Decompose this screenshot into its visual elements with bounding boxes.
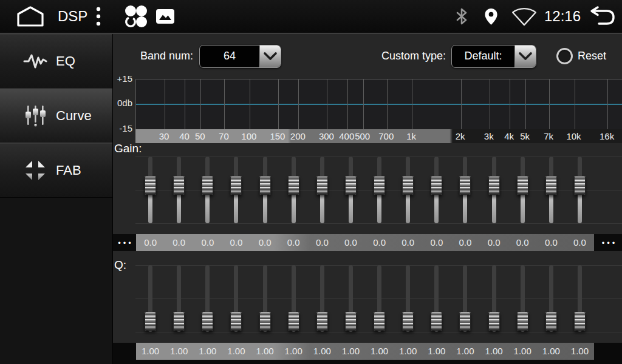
- gain-slider[interactable]: [136, 157, 165, 223]
- q-slider-thumb[interactable]: [488, 312, 500, 331]
- gain-slider[interactable]: [165, 157, 193, 223]
- app-title: DSP: [58, 0, 87, 33]
- gain-more-right-button[interactable]: •••: [594, 234, 622, 251]
- sidebar: EQ Curve: [0, 34, 112, 364]
- q-value: 1.00: [422, 343, 451, 360]
- gain-slider[interactable]: [394, 157, 422, 223]
- q-slider[interactable]: [451, 265, 479, 332]
- gain-value: 0.0: [451, 234, 479, 251]
- sidebar-item-eq[interactable]: EQ: [0, 34, 112, 89]
- q-slider-thumb[interactable]: [230, 312, 242, 331]
- band-num-dropdown[interactable]: 64: [199, 45, 281, 68]
- overflow-menu-button[interactable]: [96, 0, 101, 33]
- gain-slider[interactable]: [222, 157, 250, 223]
- gain-more-left-button[interactable]: •••: [113, 234, 136, 251]
- freq-tick-label: 1k: [406, 129, 416, 143]
- q-slider-thumb[interactable]: [574, 312, 586, 331]
- reset-control[interactable]: Reset: [556, 45, 606, 67]
- eq-plot[interactable]: [135, 79, 622, 130]
- q-slider-thumb[interactable]: [259, 312, 271, 331]
- custom-type-dropdown[interactable]: Default:: [451, 45, 536, 68]
- gain-slider-thumb[interactable]: [145, 176, 156, 195]
- gain-slider-thumb[interactable]: [230, 176, 242, 195]
- apps-button[interactable]: [123, 0, 148, 33]
- gain-slider[interactable]: [422, 157, 451, 223]
- gain-slider-thumb[interactable]: [374, 176, 385, 195]
- q-slider[interactable]: [222, 265, 250, 332]
- gain-slider[interactable]: [279, 157, 308, 223]
- gain-value: 0.0: [537, 234, 566, 251]
- gain-slider-thumb[interactable]: [402, 176, 414, 195]
- home-button[interactable]: [16, 0, 45, 33]
- q-slider[interactable]: [193, 265, 222, 332]
- gain-slider-thumb[interactable]: [259, 176, 271, 195]
- freq-tick-label: 2k: [456, 129, 465, 143]
- q-slider-thumb[interactable]: [517, 312, 528, 331]
- q-slider[interactable]: [337, 265, 365, 332]
- q-slider-thumb[interactable]: [202, 312, 213, 331]
- gain-slider-thumb[interactable]: [345, 176, 357, 195]
- freq-tick-label: 16k: [600, 129, 614, 143]
- gain-slider[interactable]: [508, 157, 537, 223]
- gain-value: 0.0: [480, 234, 508, 251]
- q-slider-thumb[interactable]: [288, 312, 299, 331]
- reset-radio[interactable]: [556, 48, 573, 64]
- y-tick-minus15: -15: [113, 123, 132, 133]
- q-slider[interactable]: [508, 265, 537, 332]
- q-slider-thumb[interactable]: [316, 312, 328, 331]
- q-slider-thumb[interactable]: [431, 312, 442, 331]
- dropdown-arrow-button[interactable]: [514, 46, 536, 67]
- gain-slider-thumb[interactable]: [459, 176, 471, 195]
- q-slider[interactable]: [566, 265, 594, 332]
- gain-slider-thumb[interactable]: [316, 176, 328, 195]
- gain-slider[interactable]: [193, 157, 222, 223]
- q-slider[interactable]: [165, 265, 193, 332]
- gain-slider[interactable]: [451, 157, 479, 223]
- freq-tick-label: 30: [159, 129, 169, 143]
- gain-slider[interactable]: [251, 157, 279, 223]
- freq-tick-label: 40: [179, 129, 190, 143]
- plot-gridline: [224, 79, 225, 130]
- gain-slider[interactable]: [537, 157, 566, 223]
- q-slider[interactable]: [365, 265, 394, 332]
- vertical-sliders-icon: [19, 104, 51, 127]
- q-slider-thumb[interactable]: [374, 312, 385, 331]
- q-slider-thumb[interactable]: [345, 312, 357, 331]
- gain-slider-thumb[interactable]: [173, 176, 185, 195]
- gain-slider-thumb[interactable]: [288, 176, 299, 195]
- gallery-button[interactable]: [156, 0, 174, 33]
- q-slider-thumb[interactable]: [145, 312, 156, 331]
- freq-tick-label: 100: [241, 129, 256, 143]
- q-slider[interactable]: [308, 265, 337, 332]
- sidebar-item-curve[interactable]: Curve: [0, 89, 112, 143]
- q-slider[interactable]: [480, 265, 508, 332]
- gain-slider[interactable]: [566, 157, 594, 223]
- dropdown-arrow-button[interactable]: [259, 46, 281, 67]
- q-slider[interactable]: [422, 265, 451, 332]
- back-icon[interactable]: [587, 5, 616, 27]
- q-slider-thumb[interactable]: [173, 312, 185, 331]
- gain-slider-thumb[interactable]: [202, 176, 213, 195]
- q-slider-thumb[interactable]: [459, 312, 471, 331]
- gain-slider-thumb[interactable]: [517, 176, 528, 195]
- q-slider-thumb[interactable]: [545, 312, 557, 331]
- q-value: 1.00: [136, 343, 165, 360]
- q-slider[interactable]: [537, 265, 566, 332]
- sidebar-item-fab[interactable]: FAB: [0, 143, 112, 198]
- location-icon: [484, 8, 498, 25]
- gain-slider[interactable]: [337, 157, 365, 223]
- gain-slider-thumb[interactable]: [488, 176, 500, 195]
- q-slider[interactable]: [394, 265, 422, 332]
- gain-slider-thumb[interactable]: [574, 176, 586, 195]
- q-slider[interactable]: [279, 265, 308, 332]
- q-slider[interactable]: [136, 265, 165, 332]
- q-slider-thumb[interactable]: [402, 312, 414, 331]
- gain-slider[interactable]: [480, 157, 508, 223]
- gain-slider-thumb[interactable]: [431, 176, 442, 195]
- q-value: 1.00: [480, 343, 508, 360]
- gain-slider[interactable]: [365, 157, 394, 223]
- gain-slider[interactable]: [308, 157, 337, 223]
- gain-value: 0.0: [279, 234, 308, 251]
- gain-slider-thumb[interactable]: [545, 176, 557, 195]
- q-slider[interactable]: [251, 265, 279, 332]
